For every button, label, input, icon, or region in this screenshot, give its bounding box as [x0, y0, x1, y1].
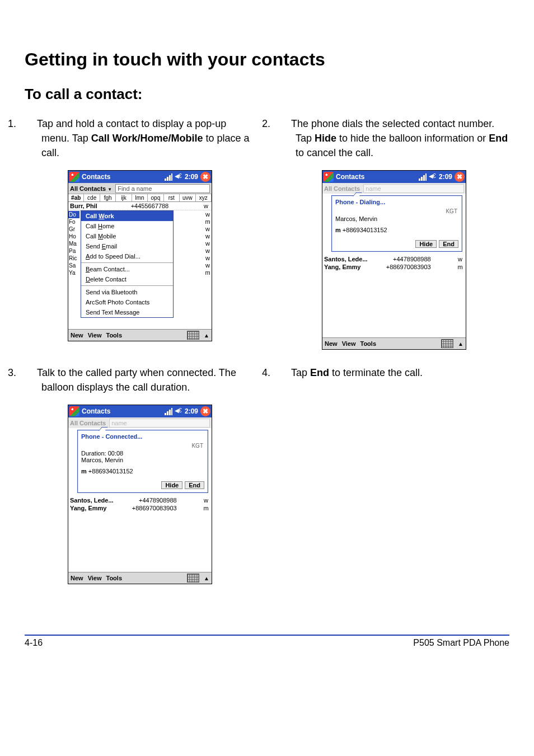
balloon-contact-name: Marcos, Mervin: [335, 215, 458, 222]
context-menu-item[interactable]: Send Text Message: [81, 307, 173, 317]
carrier-label: KGT: [446, 208, 457, 214]
balloon-number: m +886934013152: [335, 227, 458, 233]
contact-row[interactable]: Santos, Lede... +4478908988 w: [68, 496, 212, 504]
keyboard-icon[interactable]: [187, 331, 199, 340]
hide-button[interactable]: Hide: [415, 240, 437, 248]
step-1: 1.Tap and hold a contact to display a po…: [25, 116, 255, 160]
signal-icon: [165, 407, 172, 415]
app-title: Contacts: [82, 407, 110, 415]
screenshot-dialing: Contacts 2:09 ✖ All Contacts name Phone …: [322, 170, 466, 350]
close-icon[interactable]: ✖: [200, 406, 210, 416]
context-menu-item[interactable]: Send via Bluetooth: [81, 287, 173, 297]
clock: 2:09: [185, 407, 198, 415]
context-menu-item[interactable]: Call Home: [81, 221, 173, 231]
signal-icon: [419, 173, 427, 181]
context-menu: Call WorkCall HomeCall MobileSend EmailA…: [81, 210, 174, 318]
context-menu-item[interactable]: Delete Contact: [81, 274, 173, 284]
contact-row[interactable]: Burr, Phil +4455667788 w: [68, 202, 212, 210]
app-title: Contacts: [336, 173, 364, 181]
hide-button[interactable]: Hide: [161, 481, 182, 489]
section-heading: Getting in touch with your contacts: [25, 49, 509, 70]
carrier-label: KGT: [191, 443, 203, 449]
screenshot-popup-menu: Contacts 2:09 ✖ All Contacts ▼ Find a na…: [68, 170, 212, 341]
product-name: P505 Smart PDA Phone: [413, 638, 509, 648]
start-icon[interactable]: [324, 172, 334, 182]
soft-menu[interactable]: NewViewTools ▲: [68, 329, 212, 341]
context-menu-item[interactable]: Send Email: [81, 241, 173, 251]
context-menu-item[interactable]: Beam Contact...: [81, 264, 173, 274]
context-menu-item[interactable]: Call Work: [81, 211, 173, 221]
contact-row[interactable]: Yang, Emmy +886970083903 m: [322, 263, 466, 271]
sub-heading: To call a contact:: [25, 86, 509, 103]
alpha-tabs[interactable]: #abcdefghijklmnopqrstuvwxyz: [68, 194, 212, 202]
context-menu-item[interactable]: ArcSoft Photo Contacts: [81, 297, 173, 307]
balloon-title: Phone - Dialing...: [335, 199, 458, 205]
speaker-icon: [175, 173, 182, 181]
signal-icon: [165, 173, 172, 181]
screenshot-connected: Contacts 2:09 ✖ All Contacts name Phone …: [68, 405, 212, 584]
call-duration: Duration: 00:08: [81, 450, 204, 457]
filter-dropdown[interactable]: All Contacts ▼: [70, 185, 112, 192]
keyboard-icon[interactable]: [441, 339, 453, 348]
page-number: 4-16: [25, 638, 43, 648]
speaker-icon: [175, 407, 182, 415]
step-4: 4.Tap End to terminate the call.: [279, 365, 509, 380]
step-3: 3.Talk to the called party when connecte…: [25, 365, 255, 395]
soft-menu[interactable]: NewViewTools ▲: [68, 572, 212, 584]
call-balloon: Phone - Dialing... KGT Marcos, Mervin m …: [331, 195, 462, 252]
contact-row[interactable]: Yang, Emmy +886970083903 m: [68, 504, 212, 512]
context-menu-item[interactable]: Call Mobile: [81, 231, 173, 241]
clock: 2:09: [185, 173, 198, 181]
start-icon[interactable]: [69, 406, 79, 416]
close-icon[interactable]: ✖: [200, 172, 210, 182]
end-button[interactable]: End: [185, 481, 204, 489]
clock: 2:09: [439, 173, 452, 181]
balloon-title: Phone - Connected...: [81, 433, 204, 440]
end-button[interactable]: End: [439, 240, 458, 248]
context-menu-item[interactable]: Add to Speed Dial...: [81, 251, 173, 261]
soft-menu[interactable]: NewViewTools ▲: [322, 337, 466, 349]
balloon-number: m +886934013152: [81, 468, 204, 475]
close-icon[interactable]: ✖: [455, 172, 465, 182]
contact-row[interactable]: Santos, Lede... +4478908988 w: [322, 255, 466, 263]
speaker-icon: [429, 173, 437, 181]
call-balloon: Phone - Connected... KGT Duration: 00:08…: [77, 430, 208, 493]
keyboard-icon[interactable]: [187, 574, 199, 583]
find-name-input[interactable]: Find a name: [115, 184, 210, 193]
balloon-contact-name: Marcos, Mervin: [81, 457, 204, 463]
start-icon[interactable]: [69, 172, 79, 182]
step-2: 2.The phone dials the selected contact n…: [279, 116, 509, 160]
app-title: Contacts: [82, 173, 110, 181]
